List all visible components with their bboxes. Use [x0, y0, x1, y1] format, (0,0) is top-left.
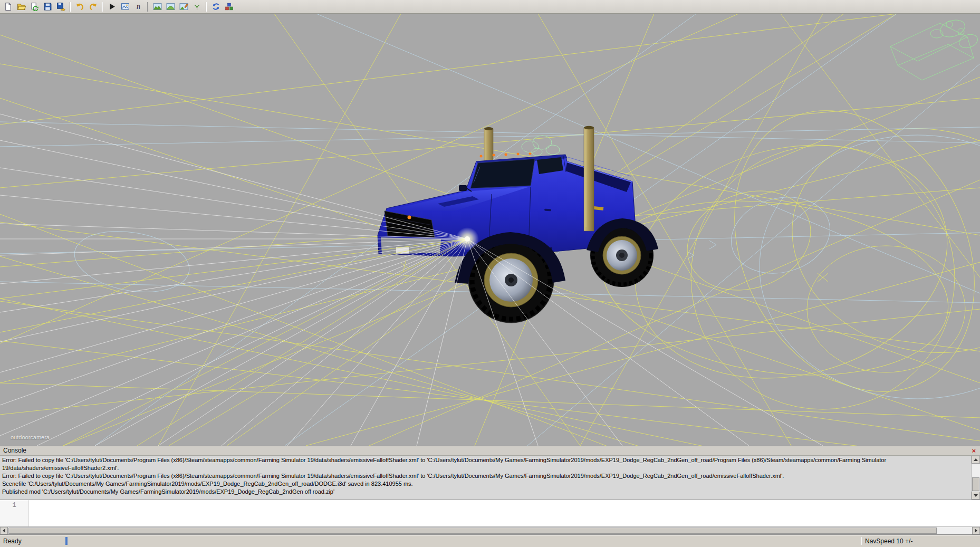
shader-reload-button[interactable]: [223, 1, 235, 13]
open-folder-icon: [17, 2, 26, 11]
reload-icon: [30, 2, 39, 11]
normals-icon: n: [134, 2, 143, 11]
right-triangle-icon: [975, 529, 977, 533]
new-file-icon: [4, 2, 13, 11]
toolbar-separator: [102, 2, 103, 12]
terrain-smooth-icon: [166, 2, 175, 11]
script-input[interactable]: [29, 500, 980, 526]
save-as-icon: [56, 2, 65, 11]
console-panel: Console × Error: Failed to copy file 'C:…: [0, 446, 980, 534]
script-editor: 1: [0, 500, 980, 526]
save-as-button[interactable]: [55, 1, 66, 13]
log-line: Published mod 'C:/Users/tylut/Documents/…: [2, 488, 969, 496]
terrain-sculpt-button[interactable]: [151, 1, 163, 13]
render-view-button[interactable]: [119, 1, 131, 13]
headlight-rays-white: [0, 114, 823, 446]
terrain-smooth-button[interactable]: [165, 1, 176, 13]
physics-refresh-icon: [212, 2, 220, 11]
physics-refresh-button[interactable]: [210, 1, 222, 13]
terrain-paint-icon: [179, 2, 188, 11]
toolbar-separator: [206, 2, 207, 12]
status-bar: Ready NavSpeed 10 +/-: [0, 534, 980, 547]
status-progress-divider: [65, 537, 68, 545]
terrain-sculpt-icon: [153, 2, 162, 11]
console-vertical-scrollbar[interactable]: [971, 456, 980, 500]
terrain-paint-button[interactable]: [178, 1, 189, 13]
scroll-left-arrow[interactable]: [0, 527, 8, 534]
render-view-icon: [121, 2, 130, 11]
viewport-3d[interactable]: outdoorcamera: [0, 14, 980, 446]
wireframe-helpers-green: [890, 17, 979, 80]
play-button[interactable]: [106, 1, 118, 13]
open-file-button[interactable]: [15, 1, 27, 13]
line-number-gutter: 1: [0, 500, 29, 526]
svg-text:n: n: [137, 3, 140, 11]
console-log: Error: Failed to copy file 'C:/Users/tyl…: [0, 456, 971, 500]
redo-button[interactable]: [87, 1, 99, 13]
redo-icon: [89, 2, 98, 11]
new-scene-button[interactable]: [2, 1, 14, 13]
scroll-right-arrow[interactable]: [972, 527, 980, 534]
down-triangle-icon: [974, 494, 978, 497]
left-triangle-icon: [3, 529, 5, 533]
console-close-button[interactable]: ×: [971, 447, 977, 454]
up-triangle-icon: [974, 458, 978, 461]
shader-reload-icon: [225, 2, 234, 11]
play-icon: [108, 2, 117, 11]
foliage-icon: [193, 2, 201, 11]
giants-editor-window: n: [0, 0, 980, 547]
scene-render: [0, 14, 980, 446]
console-header: Console ×: [0, 446, 980, 456]
main-toolbar: n: [0, 0, 980, 14]
log-line: Error: Failed to copy file 'C:/Users/tyl…: [2, 472, 969, 480]
status-divider: [861, 537, 862, 545]
undo-icon: [75, 2, 84, 11]
vertical-scroll-thumb[interactable]: [972, 477, 979, 491]
save-icon: [43, 2, 52, 11]
scroll-down-arrow[interactable]: [972, 492, 980, 500]
console-title: Console: [3, 447, 26, 454]
log-line: Scenefile 'C:/Users/tylut/Documents/My G…: [2, 480, 969, 488]
nav-speed-label: NavSpeed 10 +/-: [865, 538, 944, 545]
headlight-core: [465, 236, 470, 242]
toolbar-separator: [147, 2, 148, 12]
undo-button[interactable]: [74, 1, 85, 13]
save-button[interactable]: [42, 1, 53, 13]
toolbar-separator: [70, 2, 71, 12]
headlight-rays-yellow: [0, 239, 467, 446]
log-line: Error: Failed to copy file 'C:/Users/tyl…: [2, 456, 969, 472]
status-ready-label: Ready: [3, 538, 65, 545]
scroll-up-arrow[interactable]: [972, 456, 980, 464]
camera-name-label: outdoorcamera: [11, 434, 50, 440]
foliage-paint-button[interactable]: [191, 1, 203, 13]
console-horizontal-scrollbar[interactable]: [0, 526, 980, 534]
horizontal-scroll-thumb[interactable]: [8, 527, 937, 534]
reload-scene-button[interactable]: [28, 1, 40, 13]
line-number: 1: [12, 502, 16, 509]
toggle-normals-button[interactable]: n: [132, 1, 144, 13]
